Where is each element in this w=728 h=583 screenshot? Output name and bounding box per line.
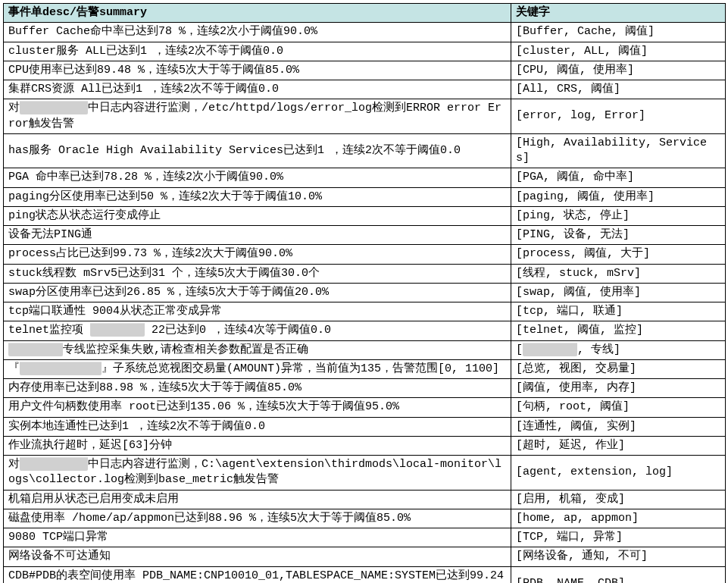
table-row: 9080 TCP端口异常[TCP, 端口, 异常] [4, 528, 726, 547]
cell-kw: [process, 阈值, 大于] [511, 245, 726, 264]
cell-kw: [telnet, 阈值, 监控] [511, 321, 726, 340]
table-row: tcp端口联通性 9004从状态正常变成异常[tcp, 端口, 联通] [4, 302, 726, 321]
table-row: process占比已达到99.73 %，连续2次大于阈值90.0%[proces… [4, 245, 726, 264]
cell-kw: [Buffer, Cache, 阈值] [511, 23, 726, 42]
table-row: PGA 命中率已达到78.28 %，连续2次小于阈值90.0%[PGA, 阈值,… [4, 168, 726, 187]
cell-kw: [swap, 阈值, 使用率] [511, 283, 726, 302]
table-row: 作业流执行超时，延迟[63]分钟[超时, 延迟, 作业] [4, 436, 726, 455]
cell-kw: [网络设备, 通知, 不可] [511, 547, 726, 566]
cell-kw: [agent, extension, log] [511, 456, 726, 491]
cell-desc: 对██████████中日志内容进行监测，/etc/httpd/logs/err… [4, 99, 511, 134]
cell-kw: [tcp, 端口, 联通] [511, 302, 726, 321]
cell-desc: 用户文件句柄数使用率 root已达到135.06 %，连续5次大于等于阈值95.… [4, 398, 511, 417]
table-row: ping状态从状态运行变成停止[ping, 状态, 停止] [4, 206, 726, 225]
col-header-kw: 关键字 [511, 4, 726, 23]
cell-kw: [TCP, 端口, 异常] [511, 528, 726, 547]
table-row: 机箱启用从状态已启用变成未启用[启用, 机箱, 变成] [4, 490, 726, 509]
header-row: 事件单desc/告警summary 关键字 [4, 4, 726, 23]
cell-desc: 磁盘使用率 /home/ap/appmon已达到88.96 %，连续5次大于等于… [4, 509, 511, 528]
table-row: 用户文件句柄数使用率 root已达到135.06 %，连续5次大于等于阈值95.… [4, 398, 726, 417]
cell-desc: CPU使用率已达到89.48 %，连续5次大于等于阈值85.0% [4, 61, 511, 80]
cell-desc: has服务 Oracle High Availability Services已… [4, 133, 511, 168]
cell-desc: 实例本地连通性已达到1 ，连续2次不等于阈值0.0 [4, 417, 511, 436]
cell-kw: [All, CRS, 阈值] [511, 80, 726, 99]
cell-desc: 对██████████中日志内容进行监测，C:\agent\extension\… [4, 456, 511, 491]
cell-kw: [PING, 设备, 无法] [511, 226, 726, 245]
cell-desc: telnet监控项 ████████ 22已达到0 ，连续4次等于阈值0.0 [4, 321, 511, 340]
cell-desc: 集群CRS资源 All已达到1 ，连续2次不等于阈值0.0 [4, 80, 511, 99]
table-row: 集群CRS资源 All已达到1 ，连续2次不等于阈值0.0[All, CRS, … [4, 80, 726, 99]
cell-desc: ████████专线监控采集失败,请检查相关参数配置是否正确 [4, 340, 511, 359]
cell-desc: Buffer Cache命中率已达到78 %，连续2次小于阈值90.0% [4, 23, 511, 42]
cell-desc: 作业流执行超时，延迟[63]分钟 [4, 436, 511, 455]
table-row: ████████专线监控采集失败,请检查相关参数配置是否正确[████████,… [4, 340, 726, 359]
table-row: telnet监控项 ████████ 22已达到0 ，连续4次等于阈值0.0[t… [4, 321, 726, 340]
cell-kw: [总览, 视图, 交易量] [511, 359, 726, 378]
cell-desc: cluster服务 ALL已达到1 ，连续2次不等于阈值0.0 [4, 42, 511, 61]
table-row: Buffer Cache命中率已达到78 %，连续2次小于阈值90.0%[Buf… [4, 23, 726, 42]
table-row: 内存使用率已达到88.98 %，连续5次大于等于阈值85.0%[阈值, 使用率,… [4, 379, 726, 398]
table-row: 磁盘使用率 /home/ap/appmon已达到88.96 %，连续5次大于等于… [4, 509, 726, 528]
cell-kw: [cluster, ALL, 阈值] [511, 42, 726, 61]
cell-desc: swap分区使用率已达到26.85 %，连续5次大于等于阈值20.0% [4, 283, 511, 302]
cell-kw: [CPU, 阈值, 使用率] [511, 61, 726, 80]
cell-kw: [阈值, 使用率, 内存] [511, 379, 726, 398]
cell-kw: [句柄, root, 阈值] [511, 398, 726, 417]
cell-kw: [线程, stuck, mSrv] [511, 264, 726, 283]
cell-desc: 网络设备不可达通知 [4, 547, 511, 566]
cell-desc: 『████████████』子系统总览视图交易量(AMOUNT)异常，当前值为1… [4, 359, 511, 378]
cell-kw: [ping, 状态, 停止] [511, 206, 726, 225]
cell-kw: [████████, 专线] [511, 340, 726, 359]
table-row: 实例本地连通性已达到1 ，连续2次不等于阈值0.0[连通性, 阈值, 实例] [4, 417, 726, 436]
table-row: swap分区使用率已达到26.85 %，连续5次大于等于阈值20.0%[swap… [4, 283, 726, 302]
table-row: CDB#PDB的表空间使用率 PDB_NAME:CNP10010_01,TABL… [4, 566, 726, 583]
table-row: 设备无法PING通[PING, 设备, 无法] [4, 226, 726, 245]
cell-desc: stuck线程数 mSrv5已达到31 个，连续5次大于阈值30.0个 [4, 264, 511, 283]
cell-desc: 设备无法PING通 [4, 226, 511, 245]
alert-table: 事件单desc/告警summary 关键字 Buffer Cache命中率已达到… [3, 3, 726, 583]
cell-desc: 机箱启用从状态已启用变成未启用 [4, 490, 511, 509]
cell-kw: [home, ap, appmon] [511, 509, 726, 528]
cell-desc: tcp端口联通性 9004从状态正常变成异常 [4, 302, 511, 321]
table-row: CPU使用率已达到89.48 %，连续5次大于等于阈值85.0%[CPU, 阈值… [4, 61, 726, 80]
table-row: paging分区使用率已达到50 %，连续2次大于等于阈值10.0%[pagin… [4, 187, 726, 206]
cell-kw: [High, Availability, Services] [511, 133, 726, 168]
cell-kw: [超时, 延迟, 作业] [511, 436, 726, 455]
table-row: 对██████████中日志内容进行监测，C:\agent\extension\… [4, 456, 726, 491]
table-row: stuck线程数 mSrv5已达到31 个，连续5次大于阈值30.0个[线程, … [4, 264, 726, 283]
cell-kw: [启用, 机箱, 变成] [511, 490, 726, 509]
cell-desc: 内存使用率已达到88.98 %，连续5次大于等于阈值85.0% [4, 379, 511, 398]
table-row: 对██████████中日志内容进行监测，/etc/httpd/logs/err… [4, 99, 726, 134]
table-row: 『████████████』子系统总览视图交易量(AMOUNT)异常，当前值为1… [4, 359, 726, 378]
col-header-desc: 事件单desc/告警summary [4, 4, 511, 23]
table-row: has服务 Oracle High Availability Services已… [4, 133, 726, 168]
cell-desc: ping状态从状态运行变成停止 [4, 206, 511, 225]
cell-kw: [paging, 阈值, 使用率] [511, 187, 726, 206]
table-row: 网络设备不可达通知[网络设备, 通知, 不可] [4, 547, 726, 566]
cell-kw: [PGA, 阈值, 命中率] [511, 168, 726, 187]
cell-desc: paging分区使用率已达到50 %，连续2次大于等于阈值10.0% [4, 187, 511, 206]
cell-desc: process占比已达到99.73 %，连续2次大于阈值90.0% [4, 245, 511, 264]
cell-kw: [PDB, NAME, CDB] [511, 566, 726, 583]
cell-desc: 9080 TCP端口异常 [4, 528, 511, 547]
cell-kw: [连通性, 阈值, 实例] [511, 417, 726, 436]
table-row: cluster服务 ALL已达到1 ，连续2次不等于阈值0.0[cluster,… [4, 42, 726, 61]
cell-desc: CDB#PDB的表空间使用率 PDB_NAME:CNP10010_01,TABL… [4, 566, 511, 583]
cell-kw: [error, log, Error] [511, 99, 726, 134]
cell-desc: PGA 命中率已达到78.28 %，连续2次小于阈值90.0% [4, 168, 511, 187]
